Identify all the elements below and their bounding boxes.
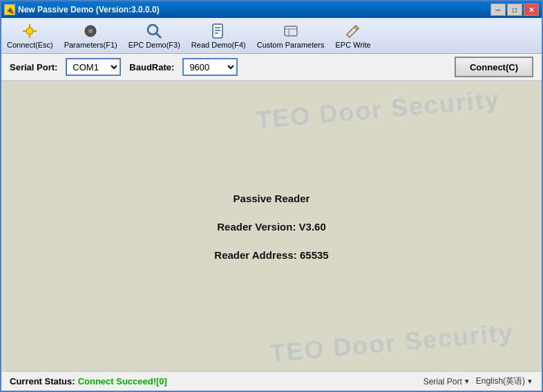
toolbar-connect[interactable]: Connect(Esc) [7, 23, 53, 49]
svg-rect-13 [285, 26, 297, 36]
watermark-top: TEO Door Security [255, 85, 501, 135]
maximize-button[interactable]: □ [507, 3, 522, 16]
app-icon: 🔌 [4, 4, 15, 15]
title-bar-left: 🔌 New Passive Demo (Version:3.0.0.0) [4, 4, 160, 15]
svg-point-7 [148, 25, 158, 35]
close-button[interactable]: ✕ [524, 3, 539, 16]
status-right: Serial Port ▼ English(英语) ▼ [423, 375, 533, 387]
svg-point-6 [88, 29, 93, 33]
serial-port-label: Serial Port: [10, 62, 57, 72]
serial-port-status-label: Serial Port [423, 377, 462, 386]
main-content: TEO Door Security TEO Door Security Pass… [1, 81, 542, 371]
window-title: New Passive Demo (Version:3.0.0.0) [18, 5, 160, 14]
language-label: English(英语) [476, 375, 525, 387]
reader-title: Passive Reader [234, 193, 310, 204]
status-label: Current Status: [10, 376, 75, 386]
epc-write-icon [345, 23, 361, 39]
connect-icon [21, 23, 38, 39]
reader-address: Reader Address: 65535 [214, 249, 328, 261]
parameters-icon [82, 23, 99, 39]
baudrate-select[interactable]: 9600 19200 38400 57600 115200 [182, 58, 238, 76]
toolbar-custom-params-label: Custom Parameters [257, 41, 325, 49]
toolbar-connect-label: Connect(Esc) [7, 41, 53, 49]
language-status[interactable]: English(英语) ▼ [476, 375, 533, 387]
toolbar-read-demo[interactable]: Read Demo(F4) [191, 23, 246, 49]
baudrate-label: BaudRate: [129, 62, 174, 72]
minimize-button[interactable]: ─ [490, 3, 506, 16]
epc-demo-icon [146, 23, 162, 39]
toolbar: Connect(Esc) Parameters(F1) EPC Demo(F3) [1, 18, 542, 54]
toolbar-epc-write-label: EPC Write [336, 41, 371, 49]
svg-line-16 [354, 27, 357, 30]
toolbar-epc-demo-label: EPC Demo(F3) [128, 41, 180, 49]
toolbar-epc-demo[interactable]: EPC Demo(F3) [128, 23, 180, 49]
status-left: Current Status: Connect Succeed![0] [10, 376, 167, 386]
serial-port-dropdown-arrow: ▼ [464, 378, 470, 385]
connect-button[interactable]: Connect(C) [455, 57, 533, 77]
custom-params-icon [283, 23, 299, 39]
svg-point-0 [26, 28, 33, 35]
language-dropdown-arrow: ▼ [526, 378, 533, 385]
reader-version: Reader Version: V3.60 [217, 221, 326, 233]
connection-bar: Serial Port: COM1 COM2 COM3 COM4 BaudRat… [1, 54, 542, 81]
read-demo-icon [210, 23, 227, 39]
serial-port-status[interactable]: Serial Port ▼ [423, 377, 470, 386]
toolbar-read-demo-label: Read Demo(F4) [191, 41, 246, 49]
toolbar-parameters[interactable]: Parameters(F1) [64, 23, 117, 49]
svg-line-8 [156, 33, 161, 38]
title-controls: ─ □ ✕ [490, 3, 539, 16]
toolbar-custom-params[interactable]: Custom Parameters [257, 23, 325, 49]
watermark-bottom: TEO Door Security [269, 318, 515, 369]
serial-port-select[interactable]: COM1 COM2 COM3 COM4 [66, 58, 121, 76]
toolbar-epc-write[interactable]: EPC Write [336, 23, 371, 49]
svg-rect-9 [213, 24, 222, 38]
title-bar: 🔌 New Passive Demo (Version:3.0.0.0) ─ □… [1, 1, 542, 18]
toolbar-parameters-label: Parameters(F1) [64, 41, 117, 49]
main-window: 🔌 New Passive Demo (Version:3.0.0.0) ─ □… [0, 0, 543, 392]
status-value: Connect Succeed![0] [78, 376, 167, 386]
status-bar: Current Status: Connect Succeed![0] Seri… [1, 371, 542, 391]
